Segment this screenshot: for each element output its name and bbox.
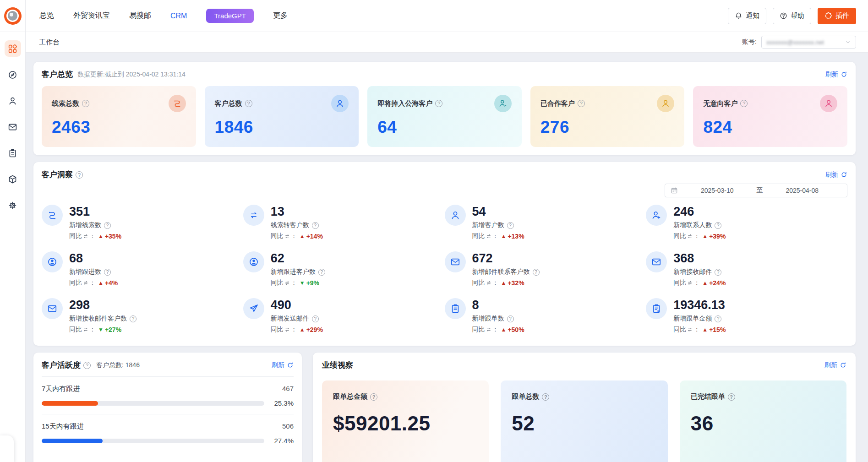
- workbench-tab[interactable]: 工作台: [39, 38, 60, 47]
- plugin-button[interactable]: 插件: [818, 8, 856, 24]
- progress-track: [42, 439, 264, 443]
- compare-row: 同比：▲+39%: [673, 232, 726, 240]
- bar-count: 506: [282, 422, 294, 431]
- help-button[interactable]: 帮助: [773, 8, 811, 24]
- insight-stat[interactable]: 13线索转客户数同比：▲+14%: [243, 205, 445, 240]
- insight-stat[interactable]: 8新增跟单数同比：▲+50%: [445, 298, 646, 334]
- activity-refresh-button[interactable]: 刷新: [272, 361, 294, 370]
- insight-stat-label: 新增跟进数: [69, 268, 101, 276]
- insight-stat-label: 新增联系人数: [673, 221, 712, 229]
- help-icon[interactable]: [728, 393, 735, 401]
- insight-stat[interactable]: 490新增发送邮件同比：▲+29%: [243, 298, 445, 334]
- overview-refresh-button[interactable]: 刷新: [825, 71, 847, 79]
- help-icon[interactable]: [715, 222, 721, 229]
- nav-item-crm[interactable]: CRM: [170, 12, 187, 20]
- compare-row: 同比：▲+24%: [673, 279, 726, 287]
- delta-badge: ▲+29%: [300, 326, 323, 333]
- card-label: 即将掉入公海客户: [377, 99, 432, 108]
- help-icon[interactable]: [370, 393, 377, 401]
- help-icon[interactable]: [715, 315, 721, 322]
- send-icon: [243, 298, 264, 319]
- cube-icon: [8, 174, 17, 184]
- insight-stat[interactable]: 368新增接收邮件同比：▲+24%: [646, 251, 847, 287]
- sidebar-item-dashboard[interactable]: [5, 40, 21, 57]
- help-icon[interactable]: [715, 269, 721, 276]
- help-icon[interactable]: [245, 100, 252, 107]
- sidebar-item-customers[interactable]: [5, 92, 21, 109]
- delta-badge: ▼+9%: [300, 279, 319, 287]
- overview-card-leads[interactable]: 线索总数 2463: [42, 86, 196, 147]
- top-navbar: 总览 外贸资讯宝 易搜邮 CRM TradeGPT 更多 通知 帮助 插件: [0, 0, 868, 32]
- insight-stat[interactable]: 246新增联系人数同比：▲+39%: [646, 205, 847, 240]
- help-icon[interactable]: [312, 222, 319, 229]
- help-icon[interactable]: [82, 100, 89, 107]
- date-range-picker[interactable]: 2025-03-10 至 2025-04-08: [665, 184, 847, 197]
- compare-icon: [687, 233, 693, 239]
- insight-stat[interactable]: 672新增邮件联系客户数同比：▲+32%: [445, 251, 646, 287]
- nav-item-trade-info[interactable]: 外贸资讯宝: [73, 11, 110, 21]
- performance-refresh-button[interactable]: 刷新: [824, 361, 846, 370]
- progress-track: [42, 401, 264, 406]
- sidebar-item-products[interactable]: [5, 171, 21, 187]
- help-icon[interactable]: [542, 393, 549, 401]
- performance-card-completed-orders[interactable]: 已完结跟单 36: [680, 380, 846, 462]
- help-icon[interactable]: [507, 222, 514, 229]
- help-icon[interactable]: [312, 315, 319, 322]
- insight-stat-label: 线索转客户数: [271, 221, 309, 229]
- nav-item-mail-search[interactable]: 易搜邮: [129, 11, 151, 21]
- compare-row: 同比：▼+9%: [271, 279, 325, 287]
- help-icon[interactable]: [435, 100, 442, 107]
- bar-count: 467: [282, 385, 294, 393]
- triangle-icon: ▲: [98, 280, 104, 286]
- overview-card-customers[interactable]: 客户总数 1846: [205, 86, 359, 147]
- card-label: 客户总数: [215, 99, 242, 108]
- overview-card-cooperated[interactable]: 已合作客户 276: [530, 86, 685, 147]
- compare-icon: [687, 280, 693, 286]
- insight-refresh-button[interactable]: 刷新: [825, 171, 847, 179]
- insight-stat[interactable]: 298新增接收邮件客户数同比：▼+27%: [42, 298, 243, 334]
- mail-icon: [42, 298, 63, 319]
- mail-icon: [8, 122, 17, 132]
- overview-card-no-intent[interactable]: 无意向客户 824: [693, 86, 847, 147]
- sidebar-item-mail[interactable]: [5, 119, 21, 135]
- card-value: $59201.25: [333, 412, 478, 435]
- nav-item-more[interactable]: 更多: [273, 11, 288, 21]
- account-dropdown[interactable]: xxxxxxx@xxxxxxx.net: [761, 36, 856, 49]
- help-icon[interactable]: [740, 100, 748, 107]
- calendar-icon: [671, 187, 678, 194]
- bar-label: 7天内有跟进: [42, 385, 80, 393]
- performance-card-total-amount[interactable]: 跟单总金额 $59201.25: [322, 380, 489, 462]
- help-icon[interactable]: [104, 269, 111, 276]
- insight-stat-label: 新增发送邮件: [271, 315, 309, 323]
- insight-stat[interactable]: 19346.13新增跟单金额同比：▲+15%: [646, 298, 847, 334]
- sidebar-item-explore[interactable]: [5, 66, 21, 83]
- help-icon[interactable]: [76, 171, 83, 179]
- progress-fill: [42, 401, 98, 406]
- floating-widget[interactable]: [0, 435, 14, 462]
- insight-stat[interactable]: 54新增客户数同比：▲+13%: [445, 205, 646, 240]
- app-logo[interactable]: [4, 7, 22, 25]
- nav-item-tradegpt[interactable]: TradeGPT: [206, 9, 253, 23]
- help-icon[interactable]: [533, 269, 540, 276]
- insight-stat[interactable]: 62新增跟进客户数同比：▼+9%: [243, 251, 445, 287]
- sidebar-item-orders[interactable]: [5, 145, 21, 161]
- date-from[interactable]: 2025-03-10: [678, 187, 757, 194]
- help-icon[interactable]: [507, 315, 514, 322]
- help-icon[interactable]: [83, 362, 91, 369]
- performance-card-total-orders[interactable]: 跟单总数 52: [501, 380, 667, 462]
- account-email: xxxxxxx@xxxxxxx.net: [766, 39, 845, 46]
- nav-item-overview[interactable]: 总览: [39, 11, 54, 21]
- date-to[interactable]: 2025-04-08: [763, 187, 842, 194]
- insight-stat[interactable]: 68新增跟进数同比：▲+4%: [42, 251, 243, 287]
- help-icon[interactable]: [578, 100, 585, 107]
- topnav-actions: 通知 帮助 插件: [728, 8, 856, 24]
- refresh-icon: [840, 362, 846, 369]
- notifications-button[interactable]: 通知: [728, 8, 766, 24]
- card-label: 已完结跟单: [691, 392, 725, 401]
- help-icon[interactable]: [130, 315, 136, 322]
- help-icon[interactable]: [318, 269, 325, 276]
- insight-stat[interactable]: 351新增线索数同比：▲+35%: [42, 205, 243, 240]
- sidebar-item-settings[interactable]: [5, 197, 21, 213]
- help-icon[interactable]: [104, 222, 111, 229]
- overview-card-public-pool[interactable]: 即将掉入公海客户 64: [367, 86, 522, 147]
